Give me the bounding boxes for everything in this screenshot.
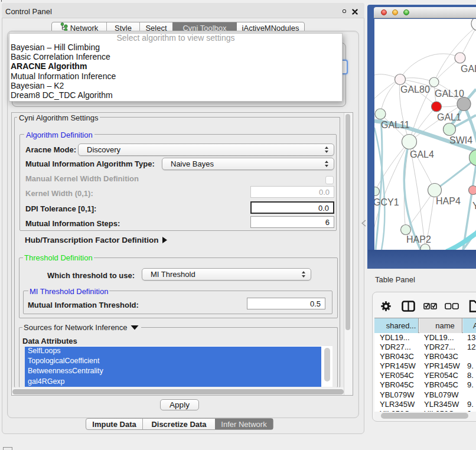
svg-text:GAL1: GAL1 <box>437 112 461 122</box>
svg-text:GAL10: GAL10 <box>435 89 464 99</box>
svg-text:GAL80: GAL80 <box>400 84 430 94</box>
svg-text:GAL7: GAL7 <box>461 64 476 74</box>
svg-text:SWI4: SWI4 <box>449 135 472 145</box>
svg-text:GAL4: GAL4 <box>410 149 434 159</box>
svg-text:GCY1: GCY1 <box>374 197 399 207</box>
svg-text:GAL11: GAL11 <box>381 120 410 130</box>
svg-text:HAP2: HAP2 <box>406 234 431 244</box>
svg-text:HAP4: HAP4 <box>436 196 461 206</box>
svg-text:Y: Y <box>472 201 476 211</box>
